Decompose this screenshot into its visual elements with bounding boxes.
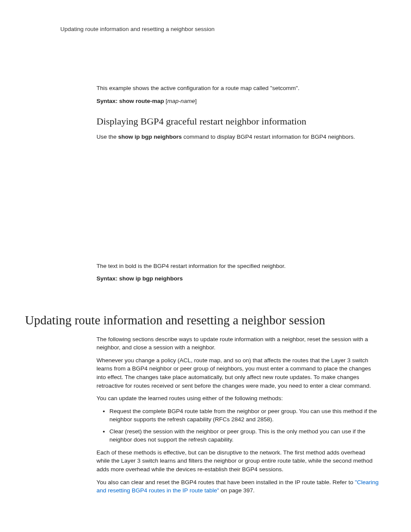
command-name: show ip bgp neighbors bbox=[118, 134, 182, 140]
text: on page 397. bbox=[219, 487, 255, 494]
syntax-line: Syntax: show ip bgp neighbors bbox=[97, 274, 379, 283]
text: You also can clear and reset the BGP4 ro… bbox=[97, 479, 355, 485]
heading-wrapper: Updating route information and resetting… bbox=[0, 313, 379, 327]
content-block-update: The following sections describe ways to … bbox=[97, 335, 379, 495]
syntax-line: Syntax: show route-map [map-name] bbox=[97, 97, 379, 106]
list-item: Clear (reset) the session with the neigh… bbox=[109, 427, 379, 444]
paragraph: Each of these methods is effective, but … bbox=[97, 448, 379, 474]
heading-update-route: Updating route information and resetting… bbox=[25, 313, 379, 327]
syntax-label: Syntax: bbox=[97, 275, 119, 282]
heading-graceful-restart: Displaying BGP4 graceful restart neighbo… bbox=[97, 115, 379, 128]
output-placeholder bbox=[97, 146, 379, 262]
text: "setcomm". bbox=[270, 85, 299, 91]
syntax-label: Syntax: bbox=[97, 98, 119, 104]
bullet-list: Request the complete BGP4 route table fr… bbox=[97, 407, 379, 444]
content-block-intro: This example shows the active configurat… bbox=[97, 84, 379, 283]
syntax-command: show ip bgp neighbors bbox=[119, 275, 183, 282]
paragraph: The text in bold is the BGP4 restart inf… bbox=[97, 262, 379, 271]
paragraph: Whenever you change a policy (ACL, route… bbox=[97, 356, 379, 390]
text: command to display BGP4 restart informat… bbox=[182, 134, 355, 140]
paragraph: You also can clear and reset the BGP4 ro… bbox=[97, 478, 379, 495]
running-header: Updating route information and resetting… bbox=[60, 26, 379, 32]
intro-paragraph: This example shows the active configurat… bbox=[97, 84, 379, 93]
text: Use the bbox=[97, 134, 118, 140]
paragraph: The following sections describe ways to … bbox=[97, 335, 379, 352]
syntax-param: map-name bbox=[167, 98, 195, 104]
paragraph: Use the show ip bgp neighbors command to… bbox=[97, 133, 379, 141]
text: This example shows the active configurat… bbox=[97, 85, 270, 91]
document-page: Updating route information and resetting… bbox=[0, 0, 411, 495]
list-item: Request the complete BGP4 route table fr… bbox=[109, 407, 379, 424]
text: ] bbox=[195, 98, 197, 104]
spacer bbox=[60, 287, 379, 296]
syntax-command: show route-map bbox=[119, 98, 164, 104]
paragraph: You can update the learned routes using … bbox=[97, 394, 379, 403]
